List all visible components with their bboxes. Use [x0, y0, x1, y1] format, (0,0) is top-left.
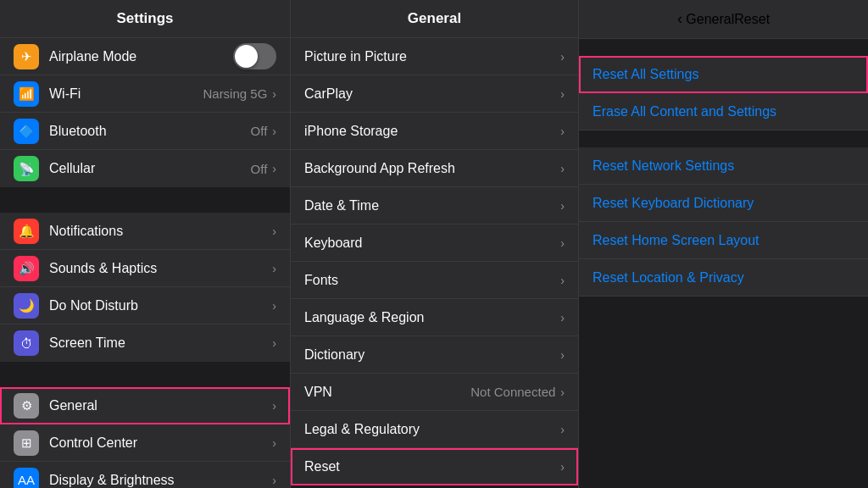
reset-label-reset-keyboard: Reset Keyboard Dictionary [593, 196, 854, 211]
reset-row-reset-network[interactable]: Reset Network Settings [579, 147, 868, 185]
col2-row-fonts[interactable]: Fonts› [291, 262, 578, 299]
airplane-mode-toggle[interactable] [233, 43, 276, 69]
col2-row-carplay[interactable]: CarPlay› [291, 75, 578, 113]
row-display[interactable]: AADisplay & Brightness› [0, 462, 290, 488]
notifications-label: Notifications [49, 224, 272, 239]
bluetooth-icon: 🔷 [14, 119, 39, 144]
controlcenter-label: Control Center [49, 435, 272, 451]
display-chevron-icon: › [272, 474, 276, 487]
col2-chevron-carplay: › [560, 87, 565, 101]
wifi-icon: 📶 [14, 81, 39, 107]
row-controlcenter[interactable]: ⊞Control Center› [0, 424, 290, 462]
col2-label-legal: Legal & Regulatory [304, 422, 560, 437]
settings-column: Settings ✈Airplane Mode📶Wi-FiNarsing 5G›… [0, 0, 291, 488]
sounds-icon: 🔊 [14, 256, 39, 281]
col2-row-background-refresh[interactable]: Background App Refresh› [291, 150, 578, 187]
col2-row-legal[interactable]: Legal & Regulatory› [291, 411, 578, 448]
reset-label-erase-all: Erase All Content and Settings [593, 104, 854, 119]
back-chevron-icon: ‹ [677, 10, 682, 27]
reset-label-reset-homescreen: Reset Home Screen Layout [593, 233, 854, 248]
reset-label-reset-all: Reset All Settings [593, 67, 854, 82]
row-wifi[interactable]: 📶Wi-FiNarsing 5G› [0, 75, 290, 113]
screentime-label: Screen Time [49, 336, 272, 351]
col2-row-language-region[interactable]: Language & Region› [291, 299, 578, 336]
col2-chevron-background-refresh: › [560, 162, 565, 175]
general-column: General Picture in Picture›CarPlay›iPhon… [291, 0, 579, 488]
general-list: Picture in Picture›CarPlay›iPhone Storag… [291, 38, 578, 488]
back-label: General [686, 12, 734, 26]
col2-label-language-region: Language & Region [304, 310, 560, 325]
notifications-chevron-icon: › [272, 225, 276, 238]
col2-row-keyboard[interactable]: Keyboard› [291, 225, 578, 262]
col2-chevron-picture-in-picture: › [560, 50, 565, 64]
section-0: ✈Airplane Mode📶Wi-FiNarsing 5G›🔷Bluetoot… [0, 38, 290, 187]
row-screentime[interactable]: ⏱Screen Time› [0, 324, 290, 362]
row-sounds[interactable]: 🔊Sounds & Haptics› [0, 250, 290, 287]
controlcenter-icon: ⊞ [14, 430, 39, 456]
cellular-chevron-icon: › [272, 162, 276, 175]
col2-row-picture-in-picture[interactable]: Picture in Picture› [291, 38, 578, 75]
airplane-mode-icon: ✈ [14, 44, 39, 69]
settings-header: Settings [0, 0, 290, 38]
col2-chevron-language-region: › [560, 311, 565, 324]
col2-label-carplay: CarPlay [304, 86, 560, 102]
section-2: ⚙General›⊞Control Center›AADisplay & Bri… [0, 362, 290, 488]
cellular-value: Off [251, 162, 268, 176]
general-label: General [49, 398, 272, 413]
airplane-mode-label: Airplane Mode [49, 49, 226, 64]
col2-label-dictionary: Dictionary [304, 347, 560, 363]
general-chevron-icon: › [272, 399, 276, 413]
col2-row-dictionary[interactable]: Dictionary› [291, 336, 578, 374]
col2-label-iphone-storage: iPhone Storage [304, 124, 560, 139]
col2-chevron-fonts: › [560, 274, 565, 287]
col2-chevron-date-time: › [560, 199, 565, 213]
row-airplane-mode[interactable]: ✈Airplane Mode [0, 38, 290, 75]
row-general[interactable]: ⚙General› [0, 387, 290, 424]
general-icon: ⚙ [14, 393, 39, 419]
general-title: General [408, 10, 461, 26]
bluetooth-chevron-icon: › [272, 125, 276, 138]
row-notifications[interactable]: 🔔Notifications› [0, 213, 290, 250]
sounds-chevron-icon: › [272, 262, 276, 275]
col2-label-keyboard: Keyboard [304, 236, 560, 251]
col2-chevron-iphone-storage: › [560, 125, 565, 138]
col2-label-reset: Reset [304, 459, 560, 474]
col2-row-iphone-storage[interactable]: iPhone Storage› [291, 113, 578, 150]
reset-label-reset-network: Reset Network Settings [593, 158, 854, 174]
donotdisturb-label: Do Not Disturb [49, 298, 272, 313]
settings-title: Settings [116, 10, 173, 26]
col2-chevron-vpn: › [560, 385, 565, 399]
back-button[interactable]: ‹ General [677, 10, 734, 28]
reset-title: Reset [734, 12, 770, 27]
reset-row-reset-homescreen[interactable]: Reset Home Screen Layout [579, 222, 868, 259]
row-bluetooth[interactable]: 🔷BluetoothOff› [0, 113, 290, 150]
sounds-label: Sounds & Haptics [49, 261, 272, 276]
cellular-label: Cellular [49, 161, 251, 176]
reset-row-erase-all[interactable]: Erase All Content and Settings [579, 93, 868, 130]
col2-value-vpn: Not Connected [470, 385, 555, 399]
col2-chevron-keyboard: › [560, 236, 565, 250]
bluetooth-label: Bluetooth [49, 124, 251, 139]
reset-header: ‹ General Reset [579, 0, 868, 39]
reset-row-reset-keyboard[interactable]: Reset Keyboard Dictionary [579, 185, 868, 222]
row-cellular[interactable]: 📡CellularOff› [0, 150, 290, 187]
reset-row-reset-all[interactable]: Reset All Settings [579, 56, 868, 93]
display-icon: AA [14, 468, 39, 489]
general-header: General [291, 0, 578, 38]
col2-chevron-dictionary: › [560, 348, 565, 362]
controlcenter-chevron-icon: › [272, 436, 276, 450]
wifi-label: Wi-Fi [49, 86, 203, 102]
notifications-icon: 🔔 [14, 219, 39, 244]
settings-list: ✈Airplane Mode📶Wi-FiNarsing 5G›🔷Bluetoot… [0, 38, 290, 488]
row-donotdisturb[interactable]: 🌙Do Not Disturb› [0, 287, 290, 324]
col2-label-fonts: Fonts [304, 273, 560, 288]
col2-row-reset[interactable]: Reset› [291, 448, 578, 485]
donotdisturb-chevron-icon: › [272, 299, 276, 313]
reset-list: Reset All SettingsErase All Content and … [579, 39, 868, 488]
screentime-icon: ⏱ [14, 330, 39, 356]
col2-row-vpn[interactable]: VPNNot Connected› [291, 374, 578, 411]
col2-label-picture-in-picture: Picture in Picture [304, 49, 560, 64]
col2-row-date-time[interactable]: Date & Time› [291, 187, 578, 225]
donotdisturb-icon: 🌙 [14, 293, 39, 319]
reset-row-reset-location[interactable]: Reset Location & Privacy [579, 259, 868, 297]
